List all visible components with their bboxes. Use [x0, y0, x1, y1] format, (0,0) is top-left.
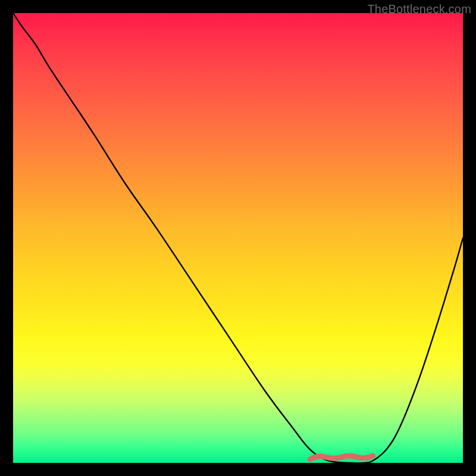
- plot-area: [13, 13, 463, 463]
- watermark-text: TheBottleneck.com: [367, 2, 471, 16]
- optimal-range-marker: [13, 13, 463, 463]
- chart-frame: TheBottleneck.com: [0, 0, 476, 476]
